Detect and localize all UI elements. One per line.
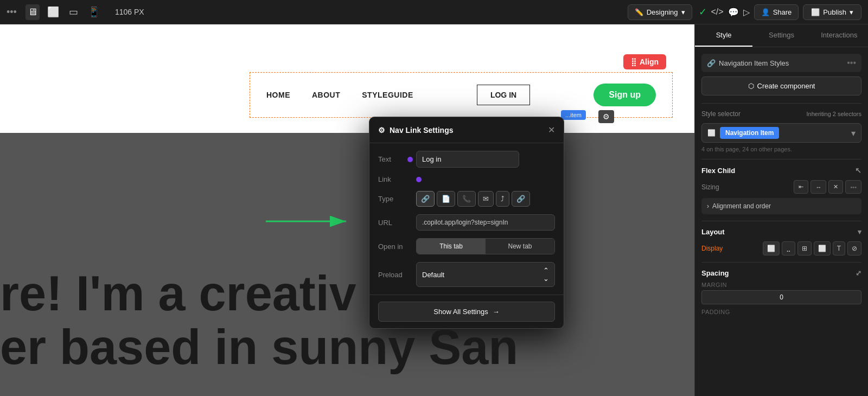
component-more-icon[interactable]: •••	[847, 58, 856, 68]
nav-link-styleguide[interactable]: STYLEGUIDE	[362, 91, 413, 99]
nav-settings-gear[interactable]: ⚙	[598, 110, 614, 123]
type-email-icon[interactable]: ✉	[478, 191, 494, 207]
type-external-icon[interactable]: 🔗	[512, 191, 530, 207]
selector-frame-icon: ⬜	[707, 129, 716, 137]
designing-label: Designing	[647, 8, 678, 16]
selector-chevron-icon: ▾	[851, 128, 856, 138]
publish-label: Publish	[823, 8, 846, 16]
nav-item-selector[interactable]: ⬜ Navigation Item ▾	[701, 123, 861, 143]
nav-link-login[interactable]: LOG IN	[477, 85, 530, 105]
topbar-center: ✏️ Designing ▾	[628, 4, 692, 20]
modal-header: ⚙ Nav Link Settings ✕	[369, 117, 564, 143]
display-icons: ⬜ ⣀ ⊞ ⬜ T ⊘	[763, 241, 861, 256]
panel-tabs: Style Settings Interactions	[695, 24, 868, 47]
type-page-icon[interactable]: 📄	[437, 191, 455, 207]
share-label: Share	[773, 8, 792, 16]
open-in-toggle: This tab New tab	[416, 238, 555, 254]
topbar-actions: ✓ </> 💬 ▷ 👤 Share ⬜ Publish ▾	[699, 4, 861, 20]
sizing-more-icon[interactable]: •••	[845, 180, 861, 194]
play-icon[interactable]: ▷	[743, 7, 750, 17]
type-icons: 🔗 📄 📞 ✉ ⤴ 🔗	[416, 191, 555, 207]
sizing-label: Sizing	[701, 183, 719, 191]
chat-icon[interactable]: 💬	[728, 7, 739, 17]
person-icon: 👤	[761, 8, 770, 16]
chevron-right-icon: ›	[707, 202, 709, 210]
nav-link-home[interactable]: HOME	[266, 91, 290, 99]
type-phone-icon[interactable]: 📞	[457, 191, 476, 207]
tab-settings[interactable]: Settings	[752, 24, 810, 47]
type-label: Type	[378, 195, 411, 203]
flex-child-label: Flex Child	[701, 167, 735, 175]
gear-icon: ⚙	[378, 126, 385, 135]
monitor-icon[interactable]: ▭	[67, 4, 80, 20]
component-name: Navigation Item Styles	[719, 59, 789, 67]
more-options-icon[interactable]: •••	[7, 7, 17, 18]
sizing-row: Sizing ⇤ ↔ ✕ •••	[701, 180, 861, 194]
nav-item-badge: ...item	[561, 110, 586, 120]
url-row: URL	[378, 214, 555, 231]
text-label: Text	[378, 155, 411, 163]
tab-interactions[interactable]: Interactions	[810, 24, 868, 47]
alignment-row[interactable]: › Alignment and order	[701, 198, 861, 214]
sizing-fixed-icon[interactable]: ✕	[828, 180, 843, 194]
publish-button[interactable]: ⬜ Publish ▾	[803, 4, 861, 20]
align-icon: ⣿	[631, 58, 636, 66]
modal-title-text: Nav Link Settings	[390, 126, 453, 135]
display-none-icon[interactable]: ⊘	[847, 241, 861, 256]
type-url-icon[interactable]: 🔗	[416, 191, 435, 207]
canvas: ⣿ Align HOME ABOUT STYLEGUIDE LOG IN Sig…	[0, 24, 694, 396]
margin-input[interactable]	[701, 290, 861, 304]
flex-child-icon: ↖	[855, 166, 861, 175]
open-in-label: Open in	[378, 242, 411, 251]
mobile-icon[interactable]: 📱	[86, 4, 102, 20]
main-area: ⣿ Align HOME ABOUT STYLEGUIDE LOG IN Sig…	[0, 24, 868, 396]
tablet-icon[interactable]: ⬜	[45, 4, 61, 20]
new-tab-button[interactable]: New tab	[486, 239, 554, 254]
share-button[interactable]: 👤 Share	[754, 4, 799, 20]
tab-style[interactable]: Style	[695, 24, 752, 47]
divider-1	[701, 103, 861, 104]
padding-label: PADDING	[701, 309, 861, 315]
publish-chevron-icon: ▾	[850, 8, 853, 16]
arrow-indicator	[266, 213, 353, 232]
divider-4	[701, 262, 861, 263]
inheriting-text: Inheriting 2 selectors	[807, 111, 862, 117]
link-label: Link	[378, 175, 411, 183]
modal-close-button[interactable]: ✕	[548, 125, 555, 135]
nav-links: HOME ABOUT STYLEGUIDE	[266, 91, 413, 99]
type-anchor-icon[interactable]: ⤴	[496, 191, 509, 207]
designing-button[interactable]: ✏️ Designing ▾	[628, 4, 692, 20]
url-input[interactable]	[416, 214, 555, 231]
sizing-shrink-icon[interactable]: ⇤	[794, 180, 808, 194]
hero-line1: re! I'm a creativ	[0, 267, 694, 321]
text-input[interactable]	[416, 151, 519, 168]
display-text-icon[interactable]: T	[833, 241, 845, 256]
topbar: ••• 🖥 ⬜ ▭ 📱 1106 PX ✏️ Designing ▾ ✓ </>…	[0, 0, 868, 24]
modal-title: ⚙ Nav Link Settings	[378, 126, 453, 135]
this-tab-button[interactable]: This tab	[417, 239, 486, 254]
alignment-label: › Alignment and order	[707, 202, 771, 210]
display-flex-icon[interactable]: ⬜	[814, 241, 831, 256]
link-dot-indicator	[416, 177, 422, 182]
display-grid-icon[interactable]: ⊞	[797, 241, 812, 256]
text-input-wrap	[416, 151, 555, 168]
flex-child-section: Flex Child ↖	[701, 166, 861, 175]
divider-2	[701, 159, 861, 159]
component-row: 🔗 Navigation Item Styles •••	[701, 54, 861, 72]
code-icon[interactable]: </>	[711, 7, 724, 17]
display-flex-cols-icon[interactable]: ⣀	[782, 241, 795, 256]
url-label: URL	[378, 219, 411, 227]
sizing-expand-icon[interactable]: ↔	[810, 180, 826, 194]
spacing-title: Spacing ⤢	[701, 269, 861, 277]
display-block-icon[interactable]: ⬜	[763, 241, 780, 256]
nav-link-about[interactable]: ABOUT	[312, 91, 340, 99]
chevron-down-icon: ▾	[681, 8, 685, 16]
create-component-button[interactable]: ⬡ Create component	[701, 76, 861, 95]
nav-signup-button[interactable]: Sign up	[593, 84, 656, 106]
spacing-label: Spacing	[701, 269, 729, 277]
panel-content: 🔗 Navigation Item Styles ••• ⬡ Create co…	[695, 47, 868, 396]
layout-section: Layout ▾	[701, 228, 861, 236]
align-button[interactable]: ⣿ Align	[623, 54, 666, 69]
style-selector-row: Style selector Inheriting 2 selectors	[701, 110, 861, 118]
desktop-icon[interactable]: 🖥	[25, 4, 40, 20]
